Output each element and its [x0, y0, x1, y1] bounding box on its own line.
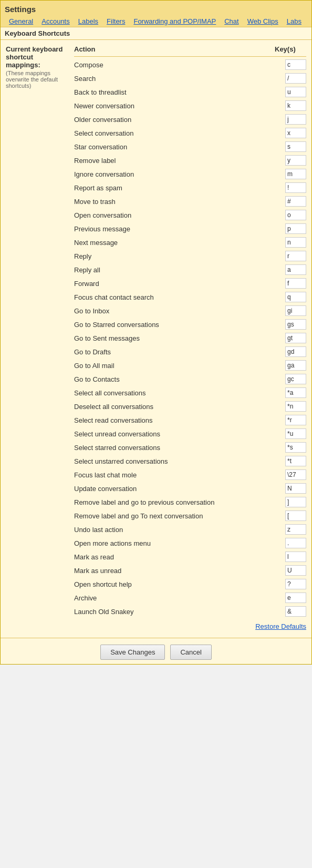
shortcut-action: Select unstarred conversations	[74, 457, 285, 465]
shortcut-action: Go to Sent messages	[74, 334, 285, 342]
shortcut-action: Open more actions menu	[74, 539, 285, 547]
shortcut-key-input[interactable]	[285, 579, 306, 589]
shortcut-key-input[interactable]	[285, 360, 306, 371]
tab-labs[interactable]: Labs	[283, 16, 306, 27]
tab-general[interactable]: General	[5, 16, 37, 27]
shortcut-key-input[interactable]	[285, 552, 306, 562]
tab-labels[interactable]: Labels	[74, 16, 102, 27]
right-panel: Action Key(s) Compose Search Back to thr…	[74, 45, 306, 632]
shortcut-action: Select starred conversations	[74, 444, 285, 452]
save-button[interactable]: Save Changes	[100, 645, 165, 660]
shortcut-key-input[interactable]	[285, 442, 306, 453]
shortcut-key-input[interactable]	[285, 593, 306, 603]
shortcut-key-input[interactable]	[285, 374, 306, 384]
shortcut-key-input[interactable]	[285, 237, 306, 248]
shortcut-key-input[interactable]	[285, 415, 306, 425]
shortcut-key-input[interactable]	[285, 100, 306, 111]
col-keys-header: Key(s)	[275, 45, 306, 53]
tab-chat[interactable]: Chat	[220, 16, 243, 27]
shortcut-key-input[interactable]	[285, 169, 306, 179]
shortcut-key-input[interactable]	[285, 456, 306, 466]
shortcut-key-input[interactable]	[285, 401, 306, 412]
shortcut-row-trash: Move to trash	[74, 195, 306, 208]
shortcut-key-input[interactable]	[285, 251, 306, 261]
shortcut-key-input[interactable]	[285, 278, 306, 289]
shortcut-row-older: Older conversation	[74, 113, 306, 126]
tab-webclips[interactable]: Web Clips	[243, 16, 283, 27]
shortcut-row-mark-unread: Mark as unread	[74, 564, 306, 577]
content-inner: Current keyboard shortcut mappings: (The…	[6, 45, 306, 632]
shortcut-action: Select all conversations	[74, 389, 285, 397]
shortcut-action: Mark as unread	[74, 567, 285, 575]
shortcut-action: Select unread conversations	[74, 430, 285, 438]
shortcut-key-input[interactable]	[285, 264, 306, 275]
shortcut-key-input[interactable]	[285, 141, 306, 152]
shortcut-key-input[interactable]	[285, 333, 306, 343]
shortcut-action: Reply	[74, 252, 285, 260]
shortcut-row-remove-label: Remove label	[74, 154, 306, 167]
shortcut-key-input[interactable]	[285, 538, 306, 548]
shortcut-key-input[interactable]	[285, 292, 306, 302]
cancel-button[interactable]: Cancel	[170, 645, 211, 660]
shortcut-row-update: Update conversation	[74, 482, 306, 495]
shortcut-key-input[interactable]	[285, 87, 306, 97]
shortcut-key-input[interactable]	[285, 223, 306, 234]
shortcut-action: Archive	[74, 594, 285, 602]
restore-defaults-link[interactable]: Restore Defaults	[255, 622, 306, 630]
shortcut-action: Star conversation	[74, 143, 285, 151]
tab-forwarding[interactable]: Forwarding and POP/IMAP	[129, 16, 220, 27]
shortcut-row-search: Search	[74, 72, 306, 85]
shortcut-row-select-all: Select all conversations	[74, 386, 306, 400]
shortcut-action: Forward	[74, 280, 285, 288]
shortcut-row-select-unstarred: Select unstarred conversations	[74, 454, 306, 468]
tab-accounts[interactable]: Accounts	[37, 16, 74, 27]
shortcut-row-newer: Newer conversation	[74, 99, 306, 113]
shortcut-action: Previous message	[74, 225, 285, 233]
shortcut-key-input[interactable]	[285, 565, 306, 576]
shortcut-key-input[interactable]	[285, 114, 306, 125]
shortcuts-header: Action Key(s)	[74, 45, 306, 57]
shortcut-action: Update conversation	[74, 485, 285, 493]
shortcut-row-select-unread: Select unread conversations	[74, 427, 306, 441]
tab-filters[interactable]: Filters	[102, 16, 129, 27]
shortcut-key-input[interactable]	[285, 305, 306, 316]
settings-header: Settings General Accounts Labels Filters…	[1, 1, 311, 27]
shortcut-row-back: Back to threadlist	[74, 85, 306, 99]
shortcut-key-input[interactable]	[285, 510, 306, 521]
shortcut-key-input[interactable]	[285, 128, 306, 138]
shortcut-row-goto-starred: Go to Starred conversations	[74, 318, 306, 331]
shortcut-action: Reply all	[74, 266, 285, 274]
shortcut-key-input[interactable]	[285, 524, 306, 535]
shortcut-key-input[interactable]	[285, 606, 306, 617]
shortcut-key-input[interactable]	[285, 155, 306, 166]
shortcut-key-input[interactable]	[285, 196, 306, 207]
left-panel: Current keyboard shortcut mappings: (The…	[6, 45, 74, 632]
shortcut-key-input[interactable]	[285, 210, 306, 220]
shortcut-row-goto-drafts: Go to Drafts	[74, 345, 306, 359]
shortcut-action: Focus last chat mole	[74, 471, 285, 479]
shortcut-key-input[interactable]	[285, 387, 306, 398]
shortcut-row-select-read: Select read conversations	[74, 413, 306, 427]
shortcut-key-input[interactable]	[285, 497, 306, 507]
shortcut-action: Mark as read	[74, 553, 285, 561]
shortcut-action: Open conversation	[74, 211, 285, 219]
shortcut-key-input[interactable]	[285, 483, 306, 494]
shortcut-key-input[interactable]	[285, 182, 306, 193]
shortcut-key-input[interactable]	[285, 469, 306, 480]
shortcut-row-focus-chat: Focus chat contact search	[74, 290, 306, 304]
shortcut-key-input[interactable]	[285, 59, 306, 70]
shortcut-row-select-starred: Select starred conversations	[74, 441, 306, 454]
footer-buttons: Save Changes Cancel	[1, 638, 311, 664]
shortcut-key-input[interactable]	[285, 319, 306, 330]
shortcut-row-archive: Archive	[74, 591, 306, 605]
shortcut-row-select-conv: Select conversation	[74, 126, 306, 140]
settings-title: Settings	[5, 3, 307, 15]
shortcut-row-goto-inbox: Go to Inbox	[74, 304, 306, 318]
shortcut-row-goto-all: Go to All mail	[74, 359, 306, 372]
shortcut-row-remove-goto-next: Remove label and go To next conversation	[74, 509, 306, 523]
shortcut-key-input[interactable]	[285, 73, 306, 84]
shortcut-action: Go to All mail	[74, 362, 285, 370]
shortcut-key-input[interactable]	[285, 428, 306, 439]
shortcut-key-input[interactable]	[285, 346, 306, 357]
shortcut-row-star: Star conversation	[74, 140, 306, 154]
